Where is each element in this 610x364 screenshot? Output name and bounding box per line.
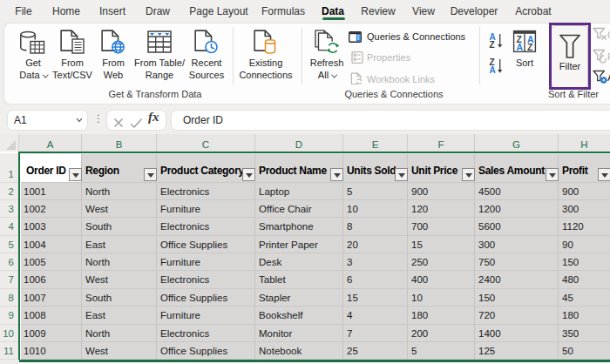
svg-text:Z: Z [527, 42, 533, 52]
svg-text:A: A [517, 42, 524, 52]
svg-text:Z: Z [490, 40, 495, 49]
svg-text:A: A [490, 65, 496, 74]
